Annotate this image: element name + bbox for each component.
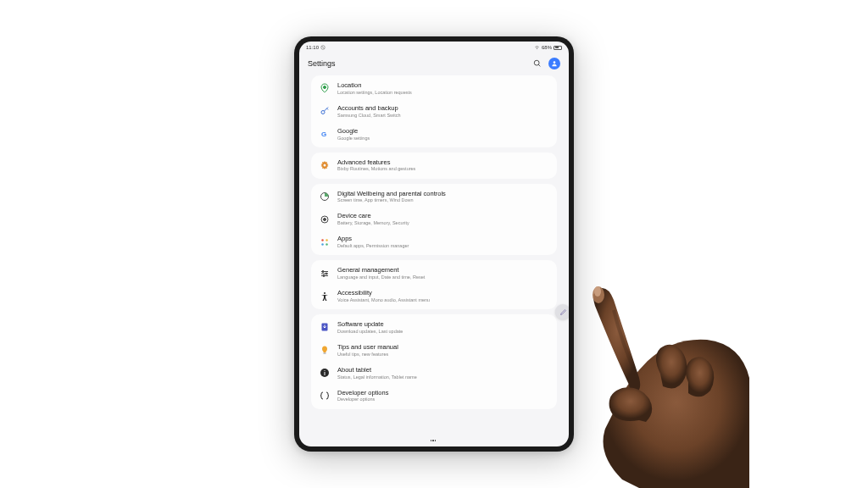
item-title: About tablet [337,366,548,374]
svg-point-3 [554,61,556,64]
item-subtitle: Battery, Storage, Memory, Security [337,220,548,226]
item-title: Device care [337,212,548,220]
status-time: 11:10 [306,45,319,50]
svg-point-25 [593,286,604,303]
apps-icon [320,237,330,247]
edit-fab[interactable] [555,304,569,319]
item-subtitle: Developer options [337,396,548,402]
item-subtitle: Status, Legal information, Tablet name [337,374,548,380]
location-icon [320,83,330,93]
item-texts: Developer optionsDeveloper options [337,389,548,403]
item-texts: Digital Wellbeing and parental controlsS… [337,190,548,204]
item-title: Location [337,81,548,90]
svg-point-17 [326,273,327,274]
settings-item-accessibility[interactable]: AccessibilityVoice Assistant, Mono audio… [311,285,557,308]
svg-point-24 [324,370,325,371]
item-subtitle: Useful tips, new features [337,352,548,358]
item-subtitle: Location settings, Location requests [337,90,548,96]
svg-point-18 [323,274,325,276]
settings-card: Advanced featuresBixby Routines, Motions… [311,152,557,179]
general-icon [320,269,330,279]
item-subtitle: Bixby Routines, Motions and gestures [337,166,548,172]
settings-item-tips[interactable]: Tips and user manualUseful tips, new fea… [311,339,557,362]
svg-point-8 [324,164,326,167]
item-texts: Advanced featuresBixby Routines, Motions… [337,158,548,173]
do-not-disturb-icon [320,45,326,50]
settings-item-device-care[interactable]: Device careBattery, Storage, Memory, Sec… [311,208,557,230]
settings-item-software[interactable]: Software updateDownload updates, Last up… [311,316,557,339]
search-icon[interactable] [533,59,542,68]
item-texts: Device careBattery, Storage, Memory, Sec… [337,212,548,226]
page-title: Settings [308,59,336,68]
svg-point-26 [594,286,601,297]
svg-point-12 [321,239,324,241]
status-bar: 11:10 68% [299,42,569,53]
svg-point-5 [321,111,325,114]
svg-text:G: G [321,130,326,138]
key-icon [320,106,330,116]
device-care-icon [320,214,330,225]
settings-item-developer[interactable]: Developer optionsDeveloper options [311,385,557,408]
svg-point-16 [322,270,324,272]
settings-list[interactable]: LocationLocation settings, Location requ… [299,74,569,435]
settings-card: LocationLocation settings, Location requ… [311,75,557,147]
item-texts: GoogleGoogle settings [337,127,548,141]
item-texts: AccessibilityVoice Assistant, Mono audio… [337,289,548,303]
item-title: Accessibility [337,289,548,297]
svg-rect-21 [324,353,326,354]
wellbeing-icon [320,191,330,202]
svg-point-19 [324,292,326,294]
settings-card: General managementLanguage and input, Da… [311,260,557,309]
item-title: Accounts and backup [337,104,548,113]
item-subtitle: Download updates, Last update [337,329,548,335]
developer-icon [320,391,330,401]
settings-item-general[interactable]: General managementLanguage and input, Da… [311,262,557,285]
settings-item-wellbeing[interactable]: Digital Wellbeing and parental controlsS… [311,186,557,208]
svg-point-1 [537,48,537,49]
screen: 11:10 68% Settings LocationLocation sett… [299,42,569,446]
item-title: Apps [337,235,548,243]
settings-item-location[interactable]: LocationLocation settings, Location requ… [311,77,557,100]
nav-recents-button[interactable] [431,440,438,441]
settings-card: Digital Wellbeing and parental controlsS… [311,184,557,256]
item-title: Tips and user manual [337,343,548,352]
item-texts: General managementLanguage and input, Da… [337,266,548,280]
item-subtitle: Screen time, App timers, Wind Down [337,197,548,203]
svg-point-15 [326,243,328,246]
item-texts: About tabletStatus, Legal information, T… [337,366,548,380]
settings-item-apps[interactable]: AppsDefault apps, Permission manager [311,230,557,253]
item-title: General management [337,266,548,274]
svg-point-4 [324,86,326,89]
item-title: Software update [337,320,548,329]
settings-item-about[interactable]: About tabletStatus, Legal information, T… [311,362,557,385]
item-subtitle: Language and input, Date and time, Reset [337,274,548,280]
item-title: Developer options [337,389,548,397]
item-texts: Software updateDownload updates, Last up… [337,320,548,335]
gear-orange-icon [320,160,330,170]
software-icon [320,322,330,332]
svg-point-13 [326,239,328,241]
svg-point-11 [324,218,326,220]
header: Settings [299,53,569,74]
settings-item-google[interactable]: GGoogleGoogle settings [311,123,557,146]
item-subtitle: Google settings [337,136,548,141]
svg-point-2 [534,60,539,65]
item-title: Advanced features [337,158,548,167]
item-texts: AppsDefault apps, Permission manager [337,235,548,249]
item-texts: LocationLocation settings, Location requ… [337,81,548,96]
item-title: Digital Wellbeing and parental controls [337,190,548,198]
settings-item-gear-orange[interactable]: Advanced featuresBixby Routines, Motions… [311,154,557,177]
item-subtitle: Voice Assistant, Mono audio, Assistant m… [337,297,548,303]
item-texts: Accounts and backupSamsung Cloud, Smart … [337,104,548,119]
item-subtitle: Samsung Cloud, Smart Switch [337,113,548,119]
item-subtitle: Default apps, Permission manager [337,243,548,249]
nav-bar [299,435,569,446]
about-icon [320,368,330,378]
battery-text: 68% [542,45,552,50]
wifi-icon [534,45,540,50]
settings-item-key[interactable]: Accounts and backupSamsung Cloud, Smart … [311,100,557,123]
profile-avatar[interactable] [548,58,560,69]
google-icon: G [320,129,330,139]
battery-icon [554,46,562,50]
item-title: Google [337,127,548,136]
